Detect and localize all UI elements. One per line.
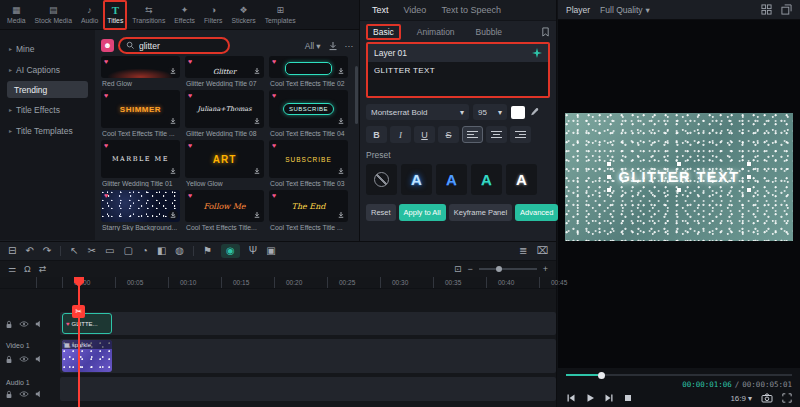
mute-speaker-icon[interactable] [35,355,43,363]
template-thumbnail[interactable]: ♥ART [185,140,264,178]
zoom-slider-handle[interactable] [496,266,502,272]
download-icon[interactable] [168,116,178,126]
favorite-heart-icon[interactable]: ♥ [272,58,276,65]
search-box[interactable] [118,37,230,54]
color-tool-icon[interactable]: ◧ [157,246,166,256]
progress-knob[interactable] [598,372,605,379]
layout-grid-icon[interactable] [761,4,772,15]
text-color-swatch[interactable] [511,106,525,119]
filter-all-dropdown[interactable]: All▾ [305,41,321,51]
stop-icon[interactable] [623,393,633,403]
template-thumbnail[interactable]: ♥Follow Me [185,190,264,222]
tab-transitions[interactable]: ⇆Transitions [128,0,169,30]
download-icon[interactable] [252,66,262,76]
title-clip[interactable]: ♥ GLITTE... [62,313,112,334]
template-thumbnail[interactable]: ♥SUBSCRIBE [269,90,348,128]
tab-text-to-speech[interactable]: Text to Speech [441,5,501,15]
favorite-heart-icon[interactable]: ♥ [104,92,108,99]
preview-media[interactable]: GLITTER TEXT [565,113,793,241]
advanced-button[interactable]: Advanced [515,204,558,221]
preset-none-tile[interactable] [366,164,397,195]
pointer-tool-icon[interactable]: ↖ [70,246,78,256]
template-item[interactable]: ♥Starry Sky Background... [101,190,180,231]
favorite-heart-icon[interactable]: ♥ [188,58,192,65]
play-icon[interactable] [585,393,595,403]
template-item[interactable]: ♥Follow MeCool Text Effects Title... [185,190,264,231]
selection-handle[interactable] [747,175,751,179]
selection-handle[interactable] [607,188,611,192]
favorite-heart-icon[interactable]: ♥ [188,192,192,199]
template-item[interactable]: ♥SHIMMERCool Text Effects Title ... [101,90,180,137]
font-size-select[interactable]: 95▾ [473,104,507,120]
aspect-ratio-dropdown[interactable]: 16:9▾ [730,394,752,403]
subtab-animation[interactable]: Animation [412,26,460,38]
template-item[interactable]: ♥Cool Text Effects Title 02 [269,56,348,87]
align-right-button[interactable] [510,126,531,143]
favorite-heart-icon[interactable]: ♥ [104,192,108,199]
video-track-lane[interactable] [60,339,556,373]
tab-titles[interactable]: TTitles [103,0,127,30]
speed-tool-icon[interactable]: ◔ [142,246,148,256]
template-thumbnail[interactable]: ♥ [101,190,180,222]
tab-media[interactable]: ▦Media [3,0,30,30]
preset-style-tile[interactable]: A [436,164,467,195]
snapshot-camera-icon[interactable] [761,393,773,403]
video-clip[interactable]: ▦sparkle [62,340,112,372]
template-thumbnail[interactable]: ♥The End [269,190,348,222]
audio-track-lane[interactable] [60,377,556,401]
template-thumbnail[interactable]: ♥Juliana+Thomas [185,90,264,128]
zoom-slider[interactable] [479,268,537,270]
template-item[interactable]: ♥SUBSCRIBECool Text Effects Title 03 [269,140,348,187]
zoom-in-icon[interactable]: + [543,265,548,274]
selection-handle[interactable] [677,188,681,192]
template-thumbnail[interactable]: ♥ [269,56,348,78]
favorite-heart-icon[interactable]: ♥ [188,92,192,99]
eyedropper-icon[interactable] [529,107,539,117]
more-options-icon[interactable]: ⋯ [345,41,354,51]
template-item[interactable]: ♥SUBSCRIBECool Text Effects Title 04 [269,90,348,137]
panel-layout-icon[interactable]: ⊟ [8,246,16,256]
magnet-icon[interactable]: Ω [24,265,31,274]
tab-stickers[interactable]: ❖Stickers [227,0,259,30]
tab-effects[interactable]: ✦Effects [170,0,199,30]
subtab-basic[interactable]: Basic [366,24,401,40]
preset-style-tile[interactable]: A [471,164,502,195]
lock-icon[interactable] [5,320,13,329]
template-item[interactable]: ♥The EndCool Text Effects Title ... [269,190,348,231]
zoom-out-icon[interactable]: − [467,265,472,274]
font-family-select[interactable]: Montserrat Bold▾ [366,104,469,120]
mic-icon[interactable]: Ψ [249,246,257,256]
download-icon[interactable] [336,166,346,176]
tab-text[interactable]: Text [372,5,389,15]
favorite-heart-icon[interactable]: ♥ [272,92,276,99]
download-icon[interactable] [168,166,178,176]
template-item[interactable]: ♥GlitterGlitter Wedding Title 07 [185,56,264,87]
download-manager-icon[interactable] [328,41,338,51]
selection-handle[interactable] [677,162,681,166]
favorite-heart-icon[interactable]: ♥ [188,142,192,149]
template-thumbnail[interactable]: ♥ [101,56,180,78]
playback-progress-bar[interactable] [566,374,792,376]
template-item[interactable]: ♥MARBLE MEGlitter Wedding Title 01 [101,140,180,187]
template-item[interactable]: ♥ARTYellow Glow [185,140,264,187]
sidebar-item-ai-captions[interactable]: ▸AI Captions [0,59,95,80]
lock-icon[interactable] [5,390,13,399]
underline-button[interactable]: U [414,126,435,143]
tab-audio[interactable]: ♪Audio [77,0,102,30]
align-center-button[interactable] [486,126,507,143]
tab-stock-media[interactable]: ▤Stock Media [31,0,76,30]
lock-icon[interactable] [5,355,13,364]
marker-tool-icon[interactable]: ⚑ [203,246,212,256]
template-item[interactable]: ♥Red Glow [101,56,180,87]
tab-filters[interactable]: ◑Filters [200,0,227,30]
download-icon[interactable] [168,66,178,76]
tab-video[interactable]: Video [404,5,427,15]
download-icon[interactable] [252,210,262,220]
download-icon[interactable] [252,166,262,176]
sidebar-item-title-templates[interactable]: ▸Title Templates [0,120,95,141]
tab-templates[interactable]: ⊞Templates [261,0,300,30]
eye-icon[interactable] [19,390,29,398]
redo-icon[interactable]: ↷ [43,246,51,256]
download-icon[interactable] [336,116,346,126]
favorite-heart-icon[interactable]: ♥ [272,192,276,199]
